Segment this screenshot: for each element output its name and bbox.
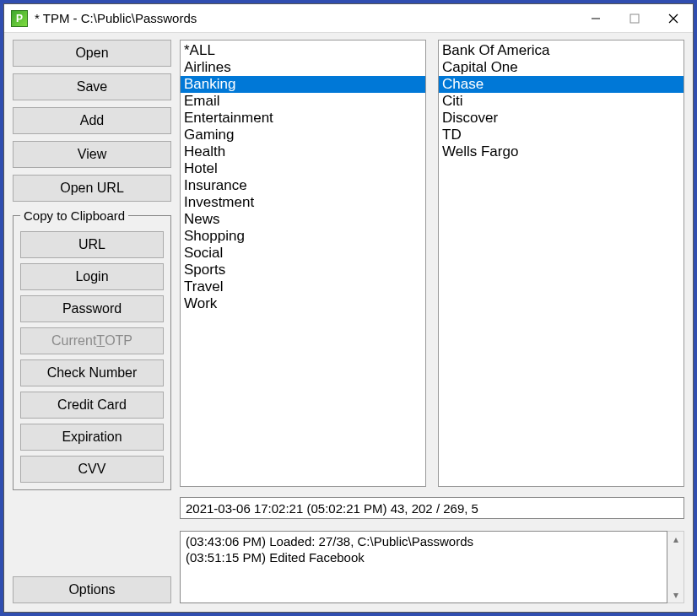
window-controls	[576, 4, 693, 33]
entry-item[interactable]: Capital One	[439, 59, 683, 76]
copy-login-button[interactable]: Login	[20, 263, 164, 290]
title-bar: P * TPM - C:\Public\Passwords	[4, 4, 693, 33]
category-list[interactable]: *ALLAirlinesBankingEmailEntertainmentGam…	[180, 40, 426, 487]
entry-item[interactable]: Discover	[439, 110, 683, 127]
copy-to-clipboard-legend: Copy to Clipboard	[20, 208, 128, 223]
save-button[interactable]: Save	[13, 73, 171, 100]
sidebar: Open Save Add View Open URL Copy to Clip…	[13, 40, 171, 603]
log-line: (03:43:06 PM) Loaded: 27/38, C:\Public\P…	[186, 533, 662, 549]
entry-item[interactable]: Wells Fargo	[439, 143, 683, 160]
app-icon: P	[11, 10, 28, 27]
close-icon	[668, 14, 678, 24]
category-item[interactable]: Entertainment	[181, 110, 425, 127]
category-item[interactable]: Investment	[181, 194, 425, 211]
category-item[interactable]: Work	[181, 295, 425, 312]
copy-totp-button[interactable]: Current TOTP	[20, 327, 164, 354]
entry-item[interactable]: Citi	[439, 93, 683, 110]
category-item[interactable]: Sports	[181, 262, 425, 278]
entry-list[interactable]: Bank Of AmericaCapital OneChaseCitiDisco…	[438, 40, 684, 487]
category-item[interactable]: Hotel	[181, 160, 425, 177]
copy-password-button[interactable]: Password	[20, 295, 164, 322]
maximize-icon	[629, 14, 640, 24]
options-button[interactable]: Options	[13, 576, 171, 603]
entry-item[interactable]: Chase	[439, 76, 683, 93]
app-window: P * TPM - C:\Public\Passwords Open Save …	[3, 3, 694, 613]
close-button[interactable]	[654, 4, 693, 33]
copy-check-number-button[interactable]: Check Number	[20, 359, 164, 386]
scroll-down-icon[interactable]: ▾	[673, 587, 678, 602]
copy-cvv-button[interactable]: CVV	[20, 456, 164, 483]
log-box: (03:43:06 PM) Loaded: 27/38, C:\Public\P…	[180, 531, 667, 603]
category-item[interactable]: Health	[181, 143, 425, 160]
log-scrollbar[interactable]: ▴ ▾	[667, 531, 684, 603]
category-item[interactable]: *ALL	[181, 42, 425, 59]
category-item[interactable]: Travel	[181, 278, 425, 295]
main-area: *ALLAirlinesBankingEmailEntertainmentGam…	[180, 40, 684, 603]
copy-to-clipboard-group: Copy to Clipboard URL Login Password Cur…	[13, 208, 171, 490]
log-line: (03:51:15 PM) Edited Facebook	[186, 549, 662, 565]
minimize-icon	[591, 14, 601, 24]
copy-expiration-button[interactable]: Expiration	[20, 424, 164, 451]
scroll-up-icon[interactable]: ▴	[673, 532, 678, 547]
open-url-button[interactable]: Open URL	[13, 175, 171, 202]
client-area: Open Save Add View Open URL Copy to Clip…	[4, 33, 693, 612]
add-button[interactable]: Add	[13, 107, 171, 134]
maximize-button[interactable]	[615, 4, 654, 33]
copy-url-button[interactable]: URL	[20, 231, 164, 258]
view-button[interactable]: View	[13, 141, 171, 168]
category-item[interactable]: Email	[181, 93, 425, 110]
lists-row: *ALLAirlinesBankingEmailEntertainmentGam…	[180, 40, 684, 487]
category-item[interactable]: Insurance	[181, 177, 425, 194]
minimize-button[interactable]	[576, 4, 615, 33]
window-title: * TPM - C:\Public\Passwords	[35, 11, 197, 25]
svg-rect-1	[630, 14, 639, 23]
category-item[interactable]: Social	[181, 245, 425, 262]
category-item[interactable]: Shopping	[181, 228, 425, 245]
category-item[interactable]: Airlines	[181, 59, 425, 76]
log-row: (03:43:06 PM) Loaded: 27/38, C:\Public\P…	[180, 531, 684, 603]
status-line: 2021-03-06 17:02:21 (05:02:21 PM) 43, 20…	[180, 497, 684, 519]
category-item[interactable]: Gaming	[181, 127, 425, 143]
copy-credit-card-button[interactable]: Credit Card	[20, 392, 164, 419]
entry-item[interactable]: Bank Of America	[439, 42, 683, 59]
open-button[interactable]: Open	[13, 40, 171, 67]
category-item[interactable]: Banking	[181, 76, 425, 93]
entry-item[interactable]: TD	[439, 127, 683, 143]
category-item[interactable]: News	[181, 211, 425, 228]
